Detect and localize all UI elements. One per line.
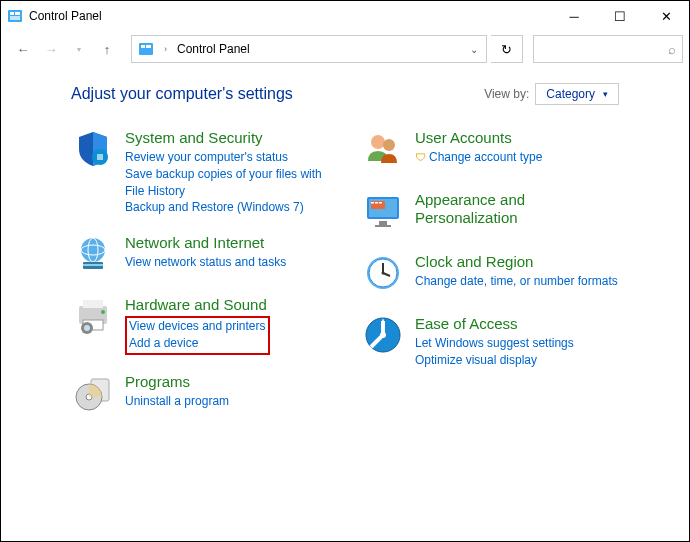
svg-rect-15 bbox=[83, 300, 103, 308]
svg-rect-33 bbox=[375, 225, 391, 227]
address-dropdown-icon[interactable]: ⌄ bbox=[462, 44, 486, 55]
breadcrumb-location[interactable]: Control Panel bbox=[177, 42, 250, 56]
globe-icon bbox=[71, 234, 115, 278]
ease-icon bbox=[361, 315, 405, 359]
category-title[interactable]: Network and Internet bbox=[125, 234, 286, 252]
svg-point-25 bbox=[383, 139, 395, 151]
view-by-select[interactable]: Category ▾ bbox=[535, 83, 619, 105]
svg-rect-1 bbox=[10, 12, 14, 15]
monitor-icon bbox=[361, 191, 405, 235]
svg-point-42 bbox=[380, 332, 386, 338]
shield-icon bbox=[71, 129, 115, 173]
link-optimize-display[interactable]: Optimize visual display bbox=[415, 352, 574, 369]
svg-point-9 bbox=[81, 238, 105, 262]
svg-rect-8 bbox=[97, 154, 103, 160]
category-title[interactable]: System and Security bbox=[125, 129, 341, 147]
category-network: Network and Internet View network status… bbox=[71, 234, 341, 278]
recent-dropdown[interactable]: ▾ bbox=[67, 37, 91, 61]
address-bar[interactable]: › Control Panel ⌄ bbox=[131, 35, 487, 63]
svg-rect-30 bbox=[375, 202, 378, 204]
svg-rect-2 bbox=[15, 12, 20, 15]
search-icon: ⌕ bbox=[668, 42, 676, 57]
content-area: Adjust your computer's settings View by:… bbox=[1, 67, 689, 435]
category-user-accounts: User Accounts Change account type bbox=[361, 129, 631, 173]
disc-icon bbox=[71, 373, 115, 417]
svg-rect-5 bbox=[141, 45, 145, 48]
svg-rect-32 bbox=[379, 221, 387, 225]
view-by-container: View by: Category ▾ bbox=[484, 83, 619, 105]
app-icon bbox=[7, 8, 23, 24]
search-input[interactable]: ⌕ bbox=[533, 35, 683, 63]
link-uninstall[interactable]: Uninstall a program bbox=[125, 393, 229, 410]
link-suggest-settings[interactable]: Let Windows suggest settings bbox=[415, 335, 574, 352]
svg-point-24 bbox=[371, 135, 385, 149]
back-button[interactable]: ← bbox=[11, 37, 35, 61]
svg-point-39 bbox=[382, 272, 385, 275]
category-programs: Programs Uninstall a program bbox=[71, 373, 341, 417]
view-by-label: View by: bbox=[484, 87, 529, 101]
minimize-button[interactable]: ─ bbox=[551, 1, 597, 31]
page-heading: Adjust your computer's settings bbox=[71, 85, 293, 103]
svg-rect-13 bbox=[83, 264, 103, 266]
close-button[interactable]: ✕ bbox=[643, 1, 689, 31]
category-title[interactable]: Programs bbox=[125, 373, 229, 391]
up-button[interactable]: ↑ bbox=[95, 37, 119, 61]
titlebar: Control Panel ─ ☐ ✕ bbox=[1, 1, 689, 31]
category-title[interactable]: Clock and Region bbox=[415, 253, 618, 271]
link-network-status[interactable]: View network status and tasks bbox=[125, 254, 286, 271]
link-file-history[interactable]: Save backup copies of your files with Fi… bbox=[125, 166, 341, 200]
category-title[interactable]: Hardware and Sound bbox=[125, 296, 270, 314]
forward-button[interactable]: → bbox=[39, 37, 63, 61]
link-review-status[interactable]: Review your computer's status bbox=[125, 149, 341, 166]
category-title[interactable]: Ease of Access bbox=[415, 315, 574, 333]
category-title[interactable]: User Accounts bbox=[415, 129, 542, 147]
link-date-time-formats[interactable]: Change date, time, or number formats bbox=[415, 273, 618, 290]
printer-icon bbox=[71, 296, 115, 340]
highlighted-links: View devices and printers Add a device bbox=[125, 316, 270, 355]
category-appearance: Appearance and Personalization bbox=[361, 191, 631, 235]
svg-rect-31 bbox=[379, 202, 382, 204]
link-devices-printers[interactable]: View devices and printers bbox=[129, 318, 266, 335]
category-system-security: System and Security Review your computer… bbox=[71, 129, 341, 216]
window-title: Control Panel bbox=[29, 9, 551, 23]
svg-rect-4 bbox=[139, 43, 153, 55]
users-icon bbox=[361, 129, 405, 173]
chevron-down-icon: ▾ bbox=[603, 89, 608, 99]
category-clock: Clock and Region Change date, time, or n… bbox=[361, 253, 631, 297]
breadcrumb-chevron-icon[interactable]: › bbox=[160, 44, 171, 54]
svg-point-17 bbox=[101, 310, 105, 314]
view-by-value: Category bbox=[546, 87, 595, 101]
category-ease-of-access: Ease of Access Let Windows suggest setti… bbox=[361, 315, 631, 369]
refresh-button[interactable]: ↻ bbox=[491, 35, 523, 63]
clock-icon bbox=[361, 253, 405, 297]
navbar: ← → ▾ ↑ › Control Panel ⌄ ↻ ⌕ bbox=[1, 31, 689, 67]
svg-rect-3 bbox=[10, 16, 20, 20]
control-panel-icon bbox=[138, 41, 154, 57]
link-backup-restore[interactable]: Backup and Restore (Windows 7) bbox=[125, 199, 341, 216]
svg-point-19 bbox=[84, 325, 90, 331]
link-change-account-type[interactable]: Change account type bbox=[415, 149, 542, 166]
svg-rect-6 bbox=[146, 45, 151, 48]
maximize-button[interactable]: ☐ bbox=[597, 1, 643, 31]
svg-rect-29 bbox=[371, 202, 374, 204]
link-add-device[interactable]: Add a device bbox=[129, 335, 266, 352]
category-title[interactable]: Appearance and Personalization bbox=[415, 191, 631, 227]
category-hardware: Hardware and Sound View devices and prin… bbox=[71, 296, 341, 355]
